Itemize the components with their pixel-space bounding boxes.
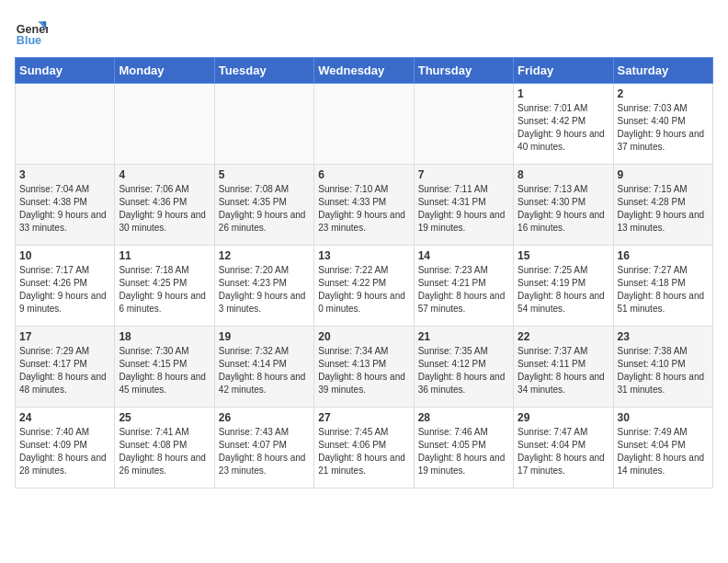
day-number: 20 — [318, 330, 409, 343]
day-info: Sunrise: 7:41 AM Sunset: 4:08 PM Dayligh… — [119, 426, 210, 477]
day-number: 28 — [418, 411, 509, 424]
day-number: 23 — [618, 330, 709, 343]
calendar-cell: 19Sunrise: 7:32 AM Sunset: 4:14 PM Dayli… — [214, 327, 313, 408]
day-number: 19 — [219, 330, 310, 343]
calendar-cell: 6Sunrise: 7:10 AM Sunset: 4:33 PM Daylig… — [314, 165, 414, 246]
calendar-cell: 17Sunrise: 7:29 AM Sunset: 4:17 PM Dayli… — [16, 327, 115, 408]
week-row-4: 17Sunrise: 7:29 AM Sunset: 4:17 PM Dayli… — [16, 327, 713, 408]
day-info: Sunrise: 7:10 AM Sunset: 4:33 PM Dayligh… — [318, 183, 409, 235]
calendar-cell: 7Sunrise: 7:11 AM Sunset: 4:31 PM Daylig… — [414, 165, 513, 246]
day-info: Sunrise: 7:46 AM Sunset: 4:05 PM Dayligh… — [418, 426, 509, 477]
logo: General Blue — [15, 15, 48, 48]
day-number: 2 — [618, 87, 709, 100]
calendar-header-row: SundayMondayTuesdayWednesdayThursdayFrid… — [16, 58, 713, 84]
day-number: 6 — [318, 168, 409, 181]
day-number: 13 — [318, 249, 409, 262]
calendar-cell: 22Sunrise: 7:37 AM Sunset: 4:11 PM Dayli… — [514, 327, 613, 408]
calendar-cell: 14Sunrise: 7:23 AM Sunset: 4:21 PM Dayli… — [414, 246, 513, 327]
calendar-cell: 29Sunrise: 7:47 AM Sunset: 4:04 PM Dayli… — [514, 408, 613, 488]
calendar-cell — [115, 84, 214, 165]
day-info: Sunrise: 7:40 AM Sunset: 4:09 PM Dayligh… — [19, 426, 110, 477]
calendar-cell: 9Sunrise: 7:15 AM Sunset: 4:28 PM Daylig… — [613, 165, 712, 246]
day-info: Sunrise: 7:22 AM Sunset: 4:22 PM Dayligh… — [318, 264, 409, 316]
calendar-cell: 8Sunrise: 7:13 AM Sunset: 4:30 PM Daylig… — [514, 165, 613, 246]
day-number: 1 — [518, 87, 609, 100]
calendar-cell — [414, 84, 513, 165]
day-number: 4 — [119, 168, 210, 181]
calendar-cell: 3Sunrise: 7:04 AM Sunset: 4:38 PM Daylig… — [16, 165, 115, 246]
day-number: 24 — [19, 411, 110, 424]
week-row-2: 3Sunrise: 7:04 AM Sunset: 4:38 PM Daylig… — [16, 165, 713, 246]
day-info: Sunrise: 7:47 AM Sunset: 4:04 PM Dayligh… — [518, 426, 609, 477]
day-number: 30 — [618, 411, 709, 424]
day-info: Sunrise: 7:17 AM Sunset: 4:26 PM Dayligh… — [19, 264, 110, 316]
day-info: Sunrise: 7:37 AM Sunset: 4:11 PM Dayligh… — [518, 345, 609, 396]
day-info: Sunrise: 7:32 AM Sunset: 4:14 PM Dayligh… — [219, 345, 310, 396]
calendar-cell: 4Sunrise: 7:06 AM Sunset: 4:36 PM Daylig… — [115, 165, 214, 246]
calendar-cell: 10Sunrise: 7:17 AM Sunset: 4:26 PM Dayli… — [16, 246, 115, 327]
calendar-cell: 20Sunrise: 7:34 AM Sunset: 4:13 PM Dayli… — [314, 327, 414, 408]
calendar-cell — [314, 84, 414, 165]
day-number: 22 — [518, 330, 609, 343]
calendar-cell: 26Sunrise: 7:43 AM Sunset: 4:07 PM Dayli… — [214, 408, 313, 488]
calendar-cell: 18Sunrise: 7:30 AM Sunset: 4:15 PM Dayli… — [115, 327, 214, 408]
day-info: Sunrise: 7:49 AM Sunset: 4:04 PM Dayligh… — [618, 426, 709, 477]
day-info: Sunrise: 7:35 AM Sunset: 4:12 PM Dayligh… — [418, 345, 509, 396]
day-info: Sunrise: 7:43 AM Sunset: 4:07 PM Dayligh… — [219, 426, 310, 477]
day-number: 16 — [618, 249, 709, 262]
col-header-monday: Monday — [115, 58, 214, 84]
calendar-cell: 28Sunrise: 7:46 AM Sunset: 4:05 PM Dayli… — [414, 408, 513, 488]
calendar-cell: 11Sunrise: 7:18 AM Sunset: 4:25 PM Dayli… — [115, 246, 214, 327]
week-row-3: 10Sunrise: 7:17 AM Sunset: 4:26 PM Dayli… — [16, 246, 713, 327]
week-row-1: 1Sunrise: 7:01 AM Sunset: 4:42 PM Daylig… — [16, 84, 713, 165]
day-info: Sunrise: 7:38 AM Sunset: 4:10 PM Dayligh… — [618, 345, 709, 396]
day-number: 11 — [119, 249, 210, 262]
calendar-cell: 24Sunrise: 7:40 AM Sunset: 4:09 PM Dayli… — [16, 408, 115, 488]
day-number: 25 — [119, 411, 210, 424]
day-number: 27 — [318, 411, 409, 424]
day-info: Sunrise: 7:27 AM Sunset: 4:18 PM Dayligh… — [618, 264, 709, 316]
calendar-cell: 13Sunrise: 7:22 AM Sunset: 4:22 PM Dayli… — [314, 246, 414, 327]
header: General Blue — [15, 15, 713, 48]
calendar-cell: 27Sunrise: 7:45 AM Sunset: 4:06 PM Dayli… — [314, 408, 414, 488]
col-header-saturday: Saturday — [613, 58, 712, 84]
day-number: 10 — [19, 249, 110, 262]
day-number: 21 — [418, 330, 509, 343]
day-number: 8 — [518, 168, 609, 181]
calendar-cell: 23Sunrise: 7:38 AM Sunset: 4:10 PM Dayli… — [613, 327, 712, 408]
day-info: Sunrise: 7:13 AM Sunset: 4:30 PM Dayligh… — [518, 183, 609, 235]
day-number: 3 — [19, 168, 110, 181]
day-number: 17 — [19, 330, 110, 343]
day-info: Sunrise: 7:15 AM Sunset: 4:28 PM Dayligh… — [618, 183, 709, 235]
day-info: Sunrise: 7:11 AM Sunset: 4:31 PM Dayligh… — [418, 183, 509, 235]
col-header-sunday: Sunday — [16, 58, 115, 84]
day-number: 15 — [518, 249, 609, 262]
day-info: Sunrise: 7:20 AM Sunset: 4:23 PM Dayligh… — [219, 264, 310, 316]
day-info: Sunrise: 7:34 AM Sunset: 4:13 PM Dayligh… — [318, 345, 409, 396]
calendar-cell — [16, 84, 115, 165]
day-info: Sunrise: 7:29 AM Sunset: 4:17 PM Dayligh… — [19, 345, 110, 396]
day-number: 26 — [219, 411, 310, 424]
week-row-5: 24Sunrise: 7:40 AM Sunset: 4:09 PM Dayli… — [16, 408, 713, 488]
calendar-cell: 5Sunrise: 7:08 AM Sunset: 4:35 PM Daylig… — [214, 165, 313, 246]
calendar-cell: 15Sunrise: 7:25 AM Sunset: 4:19 PM Dayli… — [514, 246, 613, 327]
day-number: 12 — [219, 249, 310, 262]
day-info: Sunrise: 7:03 AM Sunset: 4:40 PM Dayligh… — [618, 102, 709, 154]
day-number: 7 — [418, 168, 509, 181]
day-info: Sunrise: 7:18 AM Sunset: 4:25 PM Dayligh… — [119, 264, 210, 316]
calendar-cell: 2Sunrise: 7:03 AM Sunset: 4:40 PM Daylig… — [613, 84, 712, 165]
col-header-thursday: Thursday — [414, 58, 513, 84]
svg-text:Blue: Blue — [17, 34, 41, 47]
calendar-cell: 1Sunrise: 7:01 AM Sunset: 4:42 PM Daylig… — [514, 84, 613, 165]
calendar-cell: 21Sunrise: 7:35 AM Sunset: 4:12 PM Dayli… — [414, 327, 513, 408]
day-info: Sunrise: 7:23 AM Sunset: 4:21 PM Dayligh… — [418, 264, 509, 316]
col-header-tuesday: Tuesday — [214, 58, 313, 84]
day-info: Sunrise: 7:01 AM Sunset: 4:42 PM Dayligh… — [518, 102, 609, 154]
col-header-friday: Friday — [514, 58, 613, 84]
day-info: Sunrise: 7:04 AM Sunset: 4:38 PM Dayligh… — [19, 183, 110, 235]
calendar-cell: 12Sunrise: 7:20 AM Sunset: 4:23 PM Dayli… — [214, 246, 313, 327]
day-number: 29 — [518, 411, 609, 424]
day-info: Sunrise: 7:06 AM Sunset: 4:36 PM Dayligh… — [119, 183, 210, 235]
day-number: 5 — [219, 168, 310, 181]
day-info: Sunrise: 7:45 AM Sunset: 4:06 PM Dayligh… — [318, 426, 409, 477]
